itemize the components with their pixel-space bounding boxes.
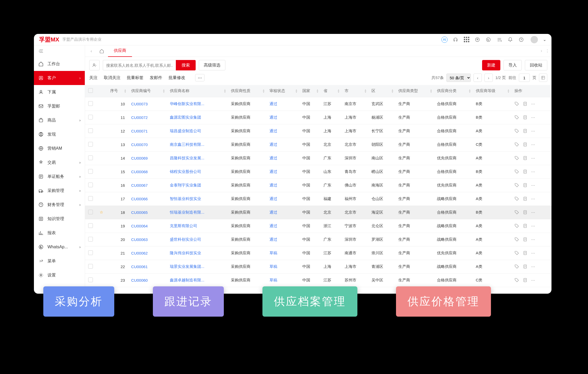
row-checkbox[interactable] (88, 128, 93, 133)
tag-icon[interactable] (514, 169, 519, 174)
more-icon[interactable]: ⋯ (531, 278, 535, 282)
more-icon[interactable]: ⋯ (531, 156, 535, 160)
sort-icon[interactable]: ▲▼ (316, 89, 319, 93)
more-icon[interactable]: ⋯ (531, 237, 535, 242)
cell-name[interactable]: 智恒基业科技实业 (167, 192, 228, 206)
detail-icon[interactable] (523, 156, 527, 160)
table-row[interactable]: 14CU00069昌隆科技实业发展...采购供应商通过中国广东深圳市南山区生产商… (85, 151, 551, 165)
cell-code[interactable]: CU00072 (128, 111, 167, 124)
chevron-down-icon[interactable]: ⌄ (543, 37, 546, 43)
advanced-filter-button[interactable]: 高级筛选 (199, 60, 225, 70)
cell-code[interactable]: CU00073 (128, 97, 167, 111)
import-button[interactable]: 导入 (503, 60, 522, 70)
tab-forward-icon[interactable]: › (541, 49, 542, 53)
cell-status[interactable]: 通过 (266, 124, 299, 138)
more-icon[interactable]: ⋯ (531, 142, 535, 147)
tag-icon[interactable] (514, 115, 519, 120)
search-input[interactable] (103, 60, 176, 70)
action-2[interactable]: 批量标签 (127, 75, 143, 80)
cell-name[interactable]: 恒瑞基业制造有限... (167, 206, 228, 219)
sidebar-item-5[interactable]: 发现 (34, 127, 85, 141)
more-icon[interactable]: ⋯ (531, 224, 535, 228)
new-button[interactable]: 新建 (482, 60, 500, 70)
cell-code[interactable]: CU00070 (128, 138, 167, 151)
sidebar-item-8[interactable]: 单证船务› (34, 170, 85, 184)
column-header[interactable]: 供应商等级▲▼ (473, 85, 511, 97)
table-row[interactable]: ☆18CU00065恒瑞基业制造有限...采购供应商通过中国北京北京市海淀区生产… (85, 206, 551, 219)
row-checkbox[interactable] (88, 210, 93, 214)
cell-name[interactable]: 隆兴伟业科技实业 (167, 246, 228, 260)
page-size-select[interactable]: 50 条/页 (446, 74, 471, 82)
sidebar-item-10[interactable]: 财务管理› (34, 198, 85, 212)
row-checkbox[interactable] (88, 278, 93, 282)
table-row[interactable]: 10CU00073华峰创新实业有限...采购供应商通过中国江苏南京市玄武区生产商… (85, 97, 551, 111)
cell-status[interactable]: 通过 (266, 178, 299, 192)
table-row[interactable]: 19CU00064克里斯有限公司采购供应商通过中国浙江宁波市北仑区生产商战略供应… (85, 219, 551, 233)
cell-code[interactable]: CU00061 (128, 260, 167, 273)
sort-icon[interactable]: ▲▼ (295, 89, 298, 93)
help-icon[interactable] (518, 37, 524, 43)
cell-code[interactable]: CU00066 (128, 192, 167, 206)
cell-name[interactable]: 南京鑫三科技有限... (167, 138, 228, 151)
more-icon[interactable]: ⋯ (531, 129, 535, 133)
cell-name[interactable]: 鑫源卓越制造有限... (167, 273, 228, 287)
upload-icon[interactable] (474, 37, 481, 43)
column-header[interactable]: 区▲▼ (368, 85, 395, 97)
table-row[interactable]: 13CU00070南京鑫三科技有限...采购供应商通过中国北京北京市朝阳区生产商… (85, 138, 551, 151)
column-header[interactable]: 省▲▼ (320, 85, 341, 97)
row-checkbox[interactable] (88, 115, 93, 119)
detail-icon[interactable] (523, 251, 527, 255)
cell-name[interactable]: 瑞昌盛业制造公司 (167, 124, 228, 138)
headset-icon[interactable] (452, 37, 459, 43)
cell-name[interactable]: 瑞景实业发展集团... (167, 260, 228, 273)
row-checkbox[interactable] (88, 169, 93, 174)
sidebar-item-7[interactable]: 交易› (34, 155, 85, 170)
table-row[interactable]: 16CU00067金泰翔宇实业集团采购供应商通过中国广东佛山市南海区生产商优先供… (85, 178, 551, 192)
sort-icon[interactable]: ▲▼ (124, 89, 127, 93)
cell-code[interactable]: CU00067 (128, 178, 167, 192)
cell-name[interactable]: 克里斯有限公司 (167, 219, 228, 233)
tag-icon[interactable] (514, 237, 519, 242)
cell-code[interactable]: CU00069 (128, 151, 167, 165)
more-icon[interactable]: ⋯ (531, 101, 535, 106)
sidebar-item-12[interactable]: 报表 (34, 226, 85, 240)
cell-status[interactable]: 通过 (266, 111, 299, 124)
table-row[interactable]: 23CU00060鑫源卓越制造有限...采购供应商草稿中国江苏苏州市吴中区生产商… (85, 273, 551, 287)
cell-status[interactable]: 草稿 (266, 246, 299, 260)
column-header[interactable]: 供应商类型▲▼ (395, 85, 434, 97)
detail-icon[interactable] (523, 224, 527, 228)
sidebar-item-0[interactable]: 工作台 (34, 57, 85, 71)
star-icon[interactable]: ☆ (100, 210, 103, 214)
table-row[interactable]: 15CU00068锦程实业股份公司采购供应商通过中国山东青岛市崂山区生产商合格供… (85, 165, 551, 178)
list-icon[interactable] (496, 37, 502, 43)
column-header[interactable]: 序号▲▼ (107, 85, 128, 97)
column-header[interactable]: 审核状态▲▼ (266, 85, 299, 97)
goto-page-input[interactable] (519, 74, 530, 82)
row-checkbox[interactable] (88, 142, 93, 147)
row-checkbox[interactable] (88, 155, 93, 160)
action-0[interactable]: 关注 (89, 75, 98, 80)
cell-code[interactable]: CU00064 (128, 219, 167, 233)
tab-suppliers[interactable]: 供应商 (108, 45, 132, 57)
cell-name[interactable]: 锦程实业股份公司 (167, 165, 228, 178)
sidebar-collapse-icon[interactable] (34, 45, 85, 57)
sidebar-item-13[interactable]: WhatsAp...› (34, 240, 85, 254)
sidebar-item-2[interactable]: 下属 (34, 85, 85, 99)
sort-icon[interactable]: ▲▼ (507, 89, 510, 93)
table-row[interactable]: 12CU00071瑞昌盛业制造公司采购供应商通过中国上海上海市长宁区生产商合格供… (85, 124, 551, 138)
sort-icon[interactable]: ▲▼ (224, 89, 226, 93)
cell-name[interactable]: 金泰翔宇实业集团 (167, 178, 228, 192)
table-row[interactable]: 20CU00063盛世科创实业公司采购供应商通过中国广东深圳市罗湖区生产商战略供… (85, 233, 551, 246)
tag-icon[interactable] (514, 129, 519, 133)
search-button[interactable]: 搜索 (176, 60, 196, 70)
row-checkbox[interactable] (88, 250, 93, 255)
detail-icon[interactable] (523, 210, 527, 215)
cell-status[interactable]: 通过 (266, 192, 299, 206)
cell-status[interactable]: 通过 (266, 151, 299, 165)
apps-icon[interactable] (463, 37, 470, 43)
tag-icon[interactable] (514, 210, 519, 215)
table-row[interactable]: 21CU00062隆兴伟业科技实业采购供应商草稿中国江苏南通市崇川区生产商优先供… (85, 246, 551, 260)
row-checkbox[interactable] (88, 264, 93, 269)
cell-status[interactable]: 草稿 (266, 273, 299, 287)
ai-icon[interactable]: AI (441, 37, 448, 43)
